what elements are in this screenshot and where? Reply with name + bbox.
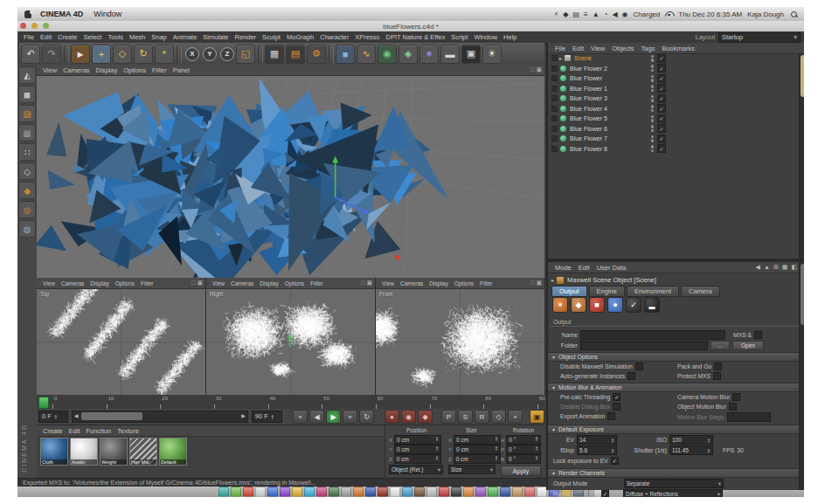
attribute-menu-user-data[interactable]: User Data <box>597 264 627 272</box>
pin-icon[interactable]: ▲ <box>764 264 770 271</box>
dock-app-icon[interactable] <box>402 487 412 497</box>
enable-checkbox[interactable]: ✓ <box>657 54 666 63</box>
render-visibility-dot[interactable] <box>651 79 655 82</box>
dock-app-icon[interactable] <box>512 487 523 497</box>
tools-icon[interactable]: ⊞ <box>773 264 779 271</box>
viewport-menu-filter[interactable]: Filter <box>141 280 153 287</box>
option-checkbox[interactable] <box>729 403 737 411</box>
expand-icon[interactable]: ▸ <box>551 277 554 283</box>
shutter-input[interactable]: 111.45▲▼ <box>669 445 713 455</box>
object-row-blue-flower-4[interactable]: Blue Flower 4✓ <box>548 104 797 114</box>
render-visibility-dot[interactable] <box>651 109 655 113</box>
default-exposure-header[interactable]: ▼ Default Exposure <box>548 425 799 434</box>
materials-menu-create[interactable]: Create <box>43 427 63 435</box>
goto-end-button[interactable]: » <box>343 410 357 424</box>
coordinate-system-icon[interactable]: ◱ <box>236 45 255 64</box>
dock-app-icon[interactable] <box>353 487 364 497</box>
render-picture-viewer-icon[interactable]: ▤ <box>286 45 305 64</box>
record-scale-button[interactable]: S <box>458 410 473 424</box>
tab-engine[interactable]: Engine <box>589 286 625 297</box>
scale-tool-icon[interactable]: ◇ <box>113 45 132 64</box>
tab-output[interactable]: Output <box>551 286 587 297</box>
live-selection-tool-icon[interactable]: ► <box>71 45 90 64</box>
mograph-object-icon[interactable]: ∗ <box>419 45 439 64</box>
viewport-canvas[interactable] <box>37 76 544 279</box>
material-cloth[interactable]: Cloth <box>40 438 68 466</box>
dock-app-icon[interactable] <box>426 487 437 497</box>
app-menu-script[interactable]: Script <box>451 33 468 41</box>
mxs-checkbox[interactable] <box>754 331 762 339</box>
make-editable-icon[interactable]: ◭ <box>18 66 36 84</box>
visibility-dots-icon[interactable] <box>651 95 655 102</box>
render-visibility-dot[interactable] <box>651 149 655 153</box>
layout-dropdown[interactable]: Startup▾ <box>718 32 801 43</box>
enable-checkbox[interactable]: ✓ <box>657 124 666 133</box>
viewport-menu-display[interactable]: Display <box>260 280 278 287</box>
visibility-dots-icon[interactable] <box>651 105 655 112</box>
maxwell-check-icon[interactable]: ✓ <box>626 297 641 313</box>
attribute-scrollbar[interactable] <box>799 262 804 490</box>
position-z-input[interactable]: 0 cm▲▼ <box>394 454 441 464</box>
app-menu-select[interactable]: Select <box>84 33 102 41</box>
stepper-arrows-icon[interactable]: ▲▼ <box>535 455 538 463</box>
object-row-blue-flower-6[interactable]: Blue Flower 6✓ <box>548 124 797 134</box>
cube-primitive-icon[interactable]: ■ <box>336 45 355 64</box>
viewport-menu-display[interactable]: Display <box>429 280 447 287</box>
viewport-maximize-icon[interactable]: ▣ <box>536 280 542 287</box>
editor-visibility-dot[interactable] <box>651 105 655 108</box>
app-menu-xpresso[interactable]: XPresso <box>355 33 379 41</box>
iso-input[interactable]: 100▲▼ <box>669 435 713 445</box>
render-view-icon[interactable]: ▦ <box>265 45 284 64</box>
viewport-maximize-icon[interactable]: ▣ <box>536 66 542 73</box>
enable-checkbox[interactable]: ✓ <box>657 144 666 153</box>
object-row-blue-flower-5[interactable]: Blue Flower 5✓ <box>548 114 797 123</box>
object-row-blue-flower[interactable]: Blue Flower✓ <box>548 73 797 83</box>
app-menu-help[interactable]: Help <box>503 33 516 41</box>
visibility-dots-icon[interactable] <box>651 145 655 152</box>
maxwell-network-icon[interactable]: ● <box>607 297 623 313</box>
ev-input[interactable]: 14▲▼ <box>577 435 617 445</box>
object-manager-menu-objects[interactable]: Objects <box>612 45 634 52</box>
spotlight-icon[interactable] <box>791 11 797 17</box>
viewport-menu-options[interactable]: Options <box>454 280 474 287</box>
option-checkbox[interactable] <box>627 372 635 380</box>
dock-app-icon[interactable] <box>463 487 474 497</box>
render-visibility-dot[interactable] <box>651 139 655 142</box>
expand-icon[interactable]: ▸ <box>559 55 562 61</box>
app-menu-snap[interactable]: Snap <box>151 33 167 41</box>
editor-visibility-dot[interactable] <box>651 115 655 119</box>
rotation-p-input[interactable]: 0 °▲▼ <box>506 445 541 454</box>
render-visibility-dot[interactable] <box>651 119 655 122</box>
coordinate-mode-dropdown[interactable]: Object (Rel.)▾ <box>389 465 443 474</box>
record-pla-button[interactable]: + <box>508 410 523 424</box>
material-weight[interactable]: Weight <box>100 438 128 466</box>
loop-button[interactable]: ↻ <box>359 410 374 424</box>
editor-visibility-dot[interactable] <box>651 145 655 148</box>
dock-app-icon[interactable] <box>231 487 241 497</box>
viewport-right[interactable]: ViewCamerasDisplayOptionsFilter□▣Right <box>206 278 376 395</box>
dock-app-icon[interactable] <box>524 487 535 497</box>
enable-checkbox[interactable]: ✓ <box>657 84 666 93</box>
viewport-menu-display[interactable]: Display <box>96 66 118 74</box>
dock-app-icon[interactable] <box>316 487 327 497</box>
stepper-arrows-icon[interactable]: ▲▼ <box>535 436 538 444</box>
object-manager-menu-file[interactable]: File <box>555 45 565 52</box>
dock-app-icon[interactable] <box>500 487 510 497</box>
viewport-top[interactable]: ViewCamerasDisplayOptionsFilter□▣Top <box>37 278 206 395</box>
enable-checkbox[interactable]: ✓ <box>657 104 666 113</box>
maxwell-export-icon[interactable]: ▂ <box>644 297 660 313</box>
app-menu-tools[interactable]: Tools <box>107 33 123 41</box>
app-menu-render[interactable]: Render <box>235 33 257 41</box>
subdivision-surface-icon[interactable]: ◉ <box>378 45 397 64</box>
maxwell-fire-icon[interactable]: ✶ <box>552 297 568 313</box>
viewport-front[interactable]: ViewCamerasDisplayOptionsFilter□▣Front <box>376 278 545 395</box>
material-default[interactable]: Default <box>159 438 187 466</box>
app-menu-file[interactable]: File <box>24 33 34 41</box>
lock-icon[interactable]: ◧ <box>791 264 797 271</box>
folder-input[interactable] <box>580 341 708 350</box>
render-channel-dropdown[interactable]: Diffuse + Reflections▾ <box>623 489 723 497</box>
stepper-arrows-icon[interactable]: ▲▼ <box>435 436 439 444</box>
motion-blur-header[interactable]: ▼ Motion Blur & Animation <box>548 383 799 392</box>
record-rotation-button[interactable]: R <box>475 410 489 424</box>
snap-icon[interactable]: ◎ <box>18 201 36 218</box>
